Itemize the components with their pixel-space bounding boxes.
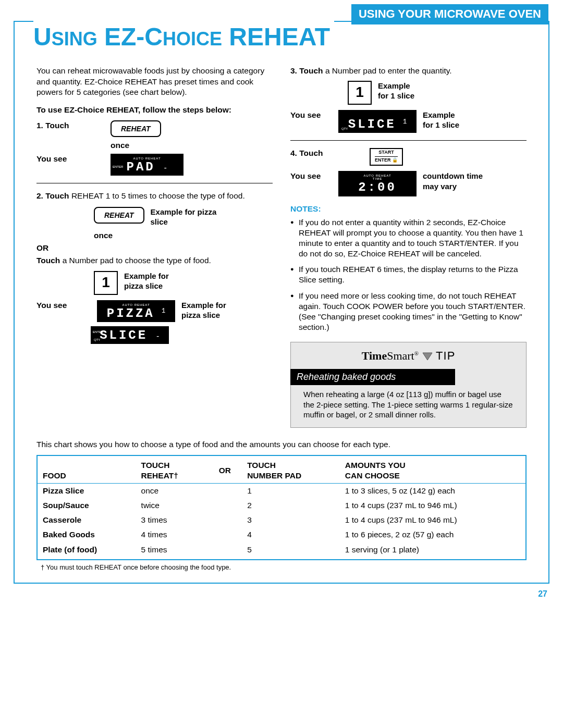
- step-text: a Number pad to choose the type of food.: [60, 256, 211, 265]
- step-number: 4.: [290, 149, 297, 157]
- step-action: Touch: [299, 66, 323, 75]
- cell-pad: 2: [242, 498, 340, 513]
- table-row: Soup/Saucetwice21 to 4 cups (237 mL to 9…: [37, 498, 526, 513]
- display-text: PAD: [127, 160, 155, 174]
- example-label: Example for 1 slice: [423, 110, 459, 130]
- tip-subtitle: Reheating baked goods: [290, 369, 455, 385]
- cell-pad: 5: [242, 542, 340, 560]
- step-action: Touch: [36, 256, 60, 265]
- cell-or: [208, 527, 242, 542]
- start-label: START: [375, 150, 398, 155]
- step-action: Touch: [45, 121, 69, 130]
- lcd-display: AUTO REHEAT PIZZA 1: [97, 300, 175, 322]
- display-indicator: AUTO REHEAT TIME: [344, 174, 411, 180]
- display-text: PIZZA: [107, 306, 155, 320]
- timesmart-tip-box: TimeSmart® TIP Reheating baked goods Whe…: [290, 342, 527, 427]
- lcd-display: SLICE 1 QTY: [338, 110, 417, 133]
- display-indicator: ENTER: [93, 330, 103, 335]
- display-text: SLICE: [348, 117, 396, 131]
- cell-reheat: 3 times: [136, 513, 208, 527]
- example-label: Example for pizza slice: [151, 207, 224, 227]
- start-enter-button: START ENTER 🔒: [370, 148, 403, 166]
- col-reheat: TOUCH REHEAT†: [136, 455, 208, 484]
- t: SING: [52, 28, 97, 50]
- cell-food: Baked Goods: [37, 527, 136, 542]
- t: HOICE: [163, 28, 222, 50]
- cell-food: Casserole: [37, 513, 136, 527]
- left-column: You can reheat microwavable foods just b…: [36, 66, 273, 427]
- cell-pad: 1: [242, 484, 340, 499]
- page-title: USING EZ-CHOICE REHEAT: [33, 21, 334, 53]
- cell-amounts: 1 serving (or 1 plate): [340, 542, 526, 560]
- step-2: 2. Touch REHEAT 1 to 5 times to choose t…: [36, 191, 273, 344]
- note-item: If you need more or less cooking time, d…: [290, 291, 527, 333]
- display-indicator: QTY: [94, 338, 100, 342]
- cell-pad: 4: [242, 527, 340, 542]
- table-row: Casserole3 times31 to 4 cups (237 mL to …: [37, 513, 526, 527]
- registered-icon: ®: [414, 350, 419, 356]
- table-row: Plate (of food)5 times51 serving (or 1 p…: [37, 542, 526, 560]
- example-label: Example for pizza slice: [124, 271, 187, 291]
- section-header-bar: USING YOUR MICROWAVE OVEN: [351, 4, 548, 24]
- lock-icon: 🔒: [392, 157, 398, 163]
- brand-text: Time: [362, 349, 387, 362]
- countdown-note: countdown time may vary: [423, 171, 491, 191]
- once-label: once: [94, 230, 273, 241]
- example-label: Example for pizza slice: [181, 300, 239, 320]
- display-text: 2:00: [358, 180, 397, 194]
- cell-amounts: 1 to 6 pieces, 2 oz (57 g) each: [340, 527, 526, 542]
- you-see-label: You see: [290, 110, 327, 120]
- cell-amounts: 1 to 4 cups (237 mL to 946 mL): [340, 513, 526, 527]
- t: EZ-C: [97, 23, 163, 51]
- you-see-label: You see: [36, 300, 73, 311]
- notes-list: If you do not enter a quantity within 2 …: [290, 217, 527, 332]
- reheat-button: REHEAT: [94, 207, 144, 224]
- right-column: 3. Touch a Number pad to enter the quant…: [290, 66, 527, 427]
- lcd-display: ENTER SLICE - QTY: [91, 326, 169, 344]
- step-text: a Number pad to enter the quantity.: [323, 66, 452, 75]
- chart-intro: This chart shows you how to choose a typ…: [36, 439, 527, 450]
- t: REHEAT: [222, 23, 330, 51]
- example-label: Example for 1 slice: [378, 81, 414, 101]
- cell-or: [208, 484, 242, 499]
- cell-food: Soup/Sauce: [37, 498, 136, 513]
- tip-word: TIP: [436, 349, 455, 362]
- cell-or: [208, 513, 242, 527]
- table-row: Pizza Sliceonce11 to 3 slices, 5 oz (142…: [37, 484, 526, 499]
- reheat-button: REHEAT: [111, 120, 161, 137]
- step-action: Touch: [299, 149, 323, 157]
- page-number: 27: [0, 589, 563, 600]
- page-frame: USING YOUR MICROWAVE OVEN USING EZ-CHOIC…: [14, 21, 549, 584]
- table-row: Baked Goods4 times41 to 6 pieces, 2 oz (…: [37, 527, 526, 542]
- cell-food: Plate (of food): [37, 542, 136, 560]
- step-1: 1. Touch REHEAT once You see AUTO REHEAT…: [36, 120, 273, 176]
- step-number: 3.: [290, 66, 297, 75]
- cell-amounts: 1 to 3 slices, 5 oz (142 g) each: [340, 484, 526, 499]
- cell-reheat: once: [136, 484, 208, 499]
- brand-text: Smart: [387, 349, 414, 362]
- display-text: 1: [162, 307, 165, 315]
- step-number: 1.: [36, 121, 43, 130]
- intro-text: You can reheat microwavable foods just b…: [36, 66, 273, 97]
- cell-food: Pizza Slice: [37, 484, 136, 499]
- down-triangle-icon: [422, 352, 433, 361]
- lcd-display: AUTO REHEAT TIME 2:00: [338, 171, 417, 196]
- note-item: If you do not enter a quantity within 2 …: [290, 217, 527, 260]
- two-column-layout: You can reheat microwavable foods just b…: [36, 66, 527, 427]
- cell-or: [208, 498, 242, 513]
- col-food: FOOD: [37, 455, 136, 484]
- display-indicator: ENTER: [113, 165, 123, 169]
- step-action: Touch: [45, 191, 69, 200]
- separator: [290, 140, 527, 141]
- cell-reheat: twice: [136, 498, 208, 513]
- separator: [36, 183, 273, 183]
- display-text: 1: [403, 118, 407, 126]
- note-item: If you touch REHEAT 6 times, the display…: [290, 264, 527, 285]
- or-label: OR: [36, 243, 273, 253]
- cell-pad: 3: [242, 513, 340, 527]
- notes-heading: NOTES:: [290, 204, 527, 214]
- steps-heading: To use EZ-Choice REHEAT, follow the step…: [36, 105, 273, 115]
- tip-heading: TimeSmart® TIP: [291, 347, 526, 369]
- enter-label: ENTER: [375, 157, 391, 163]
- display-text: -: [163, 164, 167, 172]
